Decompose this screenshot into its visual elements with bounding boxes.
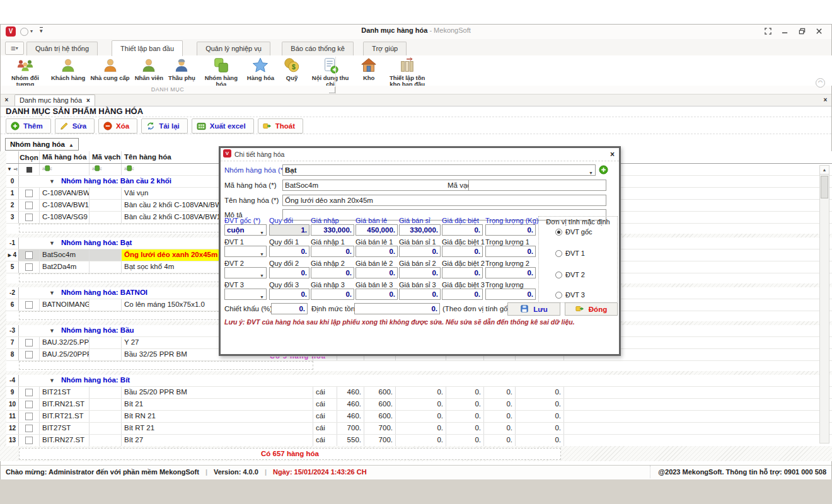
fullscreen-icon[interactable] — [765, 28, 771, 35]
checkbox[interactable] — [25, 351, 33, 358]
toolbar-button-tải-lại[interactable]: Tải lại — [141, 118, 188, 134]
chevron-down-icon[interactable]: ▼ — [260, 271, 264, 278]
filter-cell[interactable]: ac — [40, 164, 90, 175]
vertical-scrollbar[interactable]: ▲ — [819, 165, 829, 444]
ribbon-item-10[interactable]: Kho — [354, 55, 384, 81]
unit-grid-input[interactable]: 1. — [269, 224, 309, 236]
close-icon[interactable] — [816, 28, 823, 35]
quick-access-circle-icon[interactable] — [20, 28, 28, 36]
chevron-down-icon[interactable]: ▼ — [260, 228, 264, 236]
collapse-triangle-icon[interactable]: ▼ — [49, 240, 55, 246]
ribbon-item-9[interactable]: Nội dung thu chi — [307, 55, 354, 88]
stock-input[interactable]: 0. — [354, 303, 440, 314]
radio-icon[interactable] — [555, 272, 562, 278]
close-tab-icon[interactable]: × — [86, 97, 90, 104]
unit-grid-input[interactable]: 0. — [442, 224, 483, 236]
unit-grid-input[interactable]: 0. — [485, 289, 536, 300]
unit-grid-input[interactable]: 0. — [442, 289, 483, 300]
table-row[interactable]: 10BIT.RN21.STBít 21cái460.600.0.0.0.0. — [6, 399, 832, 411]
group-row-label[interactable]: ▼Nhóm hàng hóa: Bít — [19, 375, 832, 386]
window-layout-icon[interactable]: ▥▾ — [5, 42, 24, 55]
default-unit-radio-đvt-gốc[interactable]: ĐVT gốc — [555, 228, 592, 236]
checkbox[interactable] — [25, 251, 33, 259]
quick-access-customize-icon[interactable]: ▾ — [40, 27, 43, 35]
ribbon-item-3[interactable]: Nhà cung cấp — [88, 55, 132, 81]
table-row[interactable]: 9BIT21STBầu 25/20 PPR BMcái460.600.0.0.0… — [6, 387, 832, 399]
ribbon-item-2[interactable]: Khách hàng — [49, 55, 88, 81]
unit-combobox-1[interactable]: ▼ — [224, 246, 267, 257]
scroll-up-icon[interactable]: ▲ — [820, 166, 829, 175]
radio-icon[interactable] — [555, 250, 562, 257]
unit-grid-input[interactable]: 0. — [485, 267, 536, 278]
checkbox[interactable] — [25, 413, 33, 420]
checkbox[interactable] — [25, 263, 33, 271]
unit-grid-input[interactable]: 0. — [355, 289, 398, 300]
collapse-triangle-icon[interactable]: ▼ — [49, 290, 55, 296]
group-combobox[interactable]: Bạt▼ — [282, 164, 596, 176]
unit-grid-input[interactable]: 330,000. — [399, 224, 441, 236]
default-unit-radio-đvt-2[interactable]: ĐVT 2 — [555, 271, 585, 278]
menu-tab-2[interactable]: Thiết lập ban đầu — [112, 40, 183, 56]
app-logo-icon[interactable]: V — [6, 26, 16, 37]
collapse-triangle-icon[interactable]: ▼ — [49, 377, 55, 384]
unit-grid-input[interactable]: 450,000. — [355, 224, 398, 236]
unit-grid-input[interactable]: 0. — [355, 267, 398, 278]
group-by-dropdown[interactable]: Nhóm hàng hóa▲ — [5, 138, 79, 151]
collapse-triangle-icon[interactable]: ▼ — [49, 178, 55, 185]
table-row[interactable]: 12BIT27STBít RT 21cái700.700.0.0.0.0. — [6, 423, 832, 435]
barcode-input[interactable] — [468, 180, 606, 191]
toolbar-button-sửa[interactable]: Sửa — [55, 118, 95, 134]
chevron-down-icon[interactable]: ▼ — [260, 292, 264, 300]
unit-combobox-3[interactable]: ▼ — [224, 289, 267, 300]
table-row[interactable]: 11BIT.RT21.STBít RN 21cái460.600.0.0.0.0… — [6, 411, 832, 423]
checkbox[interactable] — [25, 425, 33, 432]
checkbox[interactable] — [25, 401, 33, 408]
unit-grid-input[interactable]: 0. — [269, 267, 309, 278]
dialog-close-icon[interactable]: × — [610, 148, 615, 161]
checkbox[interactable] — [25, 190, 33, 197]
radio-icon[interactable] — [555, 229, 562, 236]
close-button[interactable]: Đóng — [565, 302, 618, 316]
ribbon-collapse-icon[interactable]: ◠ — [816, 78, 825, 88]
ribbon-item-5[interactable]: Thầu phụ — [166, 55, 198, 81]
unit-grid-input[interactable]: 0. — [485, 224, 536, 236]
minimize-icon[interactable] — [782, 28, 789, 35]
checkbox[interactable] — [25, 214, 33, 221]
checkbox[interactable] — [25, 339, 33, 346]
save-button[interactable]: Lưu — [507, 302, 560, 316]
unit-grid-input[interactable]: 0. — [311, 267, 354, 278]
checkbox[interactable] — [25, 202, 33, 209]
checkbox[interactable] — [25, 389, 33, 396]
unit-grid-input[interactable]: 0. — [399, 246, 441, 257]
unit-grid-input[interactable]: 0. — [355, 246, 398, 257]
ribbon-item-11[interactable]: Thiết lập tồn kho ban đầu — [384, 55, 430, 88]
unit-grid-input[interactable]: 0. — [485, 246, 536, 257]
scrollbar-thumb[interactable] — [821, 176, 828, 198]
menu-tab-1[interactable]: Quản trị hệ thống — [26, 42, 98, 55]
checkbox[interactable] — [25, 301, 33, 309]
menu-tab-5[interactable]: Trợ giúp — [363, 42, 407, 55]
default-unit-radio-đvt-1[interactable]: ĐVT 1 — [555, 249, 585, 257]
table-row[interactable]: 13BIT.RN27.STBít 27cái550.700.0.0.0.0. — [6, 435, 832, 447]
ribbon-item-7[interactable]: Hàng hóa — [245, 55, 277, 81]
name-input[interactable]: Ống lưới dẻo xanh 20x45m — [282, 195, 606, 206]
ribbon-item-4[interactable]: Nhân viên — [132, 55, 166, 81]
unit-combobox-2[interactable]: ▼ — [224, 267, 267, 278]
unit-grid-input[interactable]: 0. — [399, 267, 441, 278]
unit-grid-input[interactable]: 0. — [399, 289, 441, 300]
tab-danh-muc-hang-hoa[interactable]: Danh mục hàng hóa× — [14, 94, 95, 106]
toolbar-button-thêm[interactable]: Thêm — [6, 118, 51, 134]
filter-cell[interactable]: ac — [90, 164, 122, 175]
checkbox[interactable] — [25, 437, 33, 444]
radio-icon[interactable] — [555, 292, 562, 299]
unit-grid-input[interactable]: 0. — [442, 267, 483, 278]
chevron-down-icon[interactable]: ▾ — [30, 28, 33, 34]
menu-tab-3[interactable]: Quản lý nghiệp vụ — [197, 42, 270, 55]
close-document-icon[interactable]: × — [821, 96, 830, 105]
unit-grid-input[interactable]: 0. — [311, 289, 354, 300]
chevron-down-icon[interactable]: ▼ — [260, 249, 264, 257]
discount-input[interactable]: 0. — [271, 303, 308, 314]
unit-grid-input[interactable]: 0. — [269, 246, 309, 257]
collapse-triangle-icon[interactable]: ▼ — [49, 328, 55, 334]
ribbon-item-8[interactable]: $Quỹ — [277, 55, 307, 81]
